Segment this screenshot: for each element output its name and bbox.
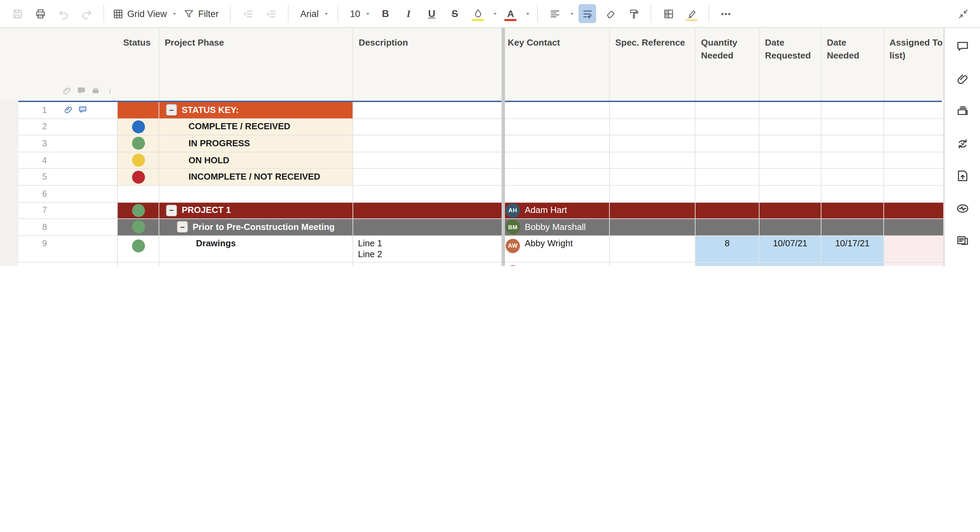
status-cell[interactable] (118, 152, 159, 169)
date-needed-cell[interactable]: 10/22/21 (821, 263, 884, 266)
quantity-needed-cell[interactable] (695, 135, 759, 152)
date-needed-cell[interactable] (821, 169, 884, 186)
quantity-needed-cell[interactable]: 12 (695, 263, 759, 266)
more-button[interactable]: ••• (718, 4, 735, 23)
spec-reference-cell[interactable] (610, 236, 695, 263)
date-requested-cell[interactable]: 10/16/21 (759, 263, 821, 266)
font-size-select[interactable]: 10 (347, 4, 371, 23)
quantity-needed-cell[interactable] (695, 152, 759, 169)
date-needed-cell[interactable] (821, 186, 884, 202)
quantity-needed-cell[interactable] (695, 219, 759, 236)
date-needed-cell[interactable]: 10/17/21 (821, 236, 884, 263)
spec-reference-cell[interactable] (610, 102, 695, 119)
notifications-icon[interactable] (945, 257, 980, 266)
spec-reference-cell[interactable] (610, 219, 695, 236)
spec-reference-cell[interactable] (610, 202, 695, 219)
key-contact-cell[interactable] (502, 135, 610, 152)
undo-button[interactable] (54, 4, 72, 23)
collapse-button[interactable]: − (177, 221, 188, 233)
sheet-summary-icon[interactable] (945, 224, 980, 257)
assigned-to-cell[interactable] (884, 202, 944, 219)
status-cell[interactable] (118, 135, 159, 152)
description-cell[interactable] (353, 102, 502, 119)
description-cell[interactable] (353, 219, 502, 236)
date-requested-cell[interactable] (759, 102, 821, 119)
date-requested-cell[interactable] (759, 169, 821, 186)
row-number-cell[interactable]: 7 (18, 202, 118, 219)
status-cell[interactable] (118, 186, 159, 202)
date-needed-cell[interactable] (821, 202, 884, 219)
row-comment-indicator-icon[interactable] (78, 105, 88, 115)
project-phase-cell[interactable]: Specifications (159, 263, 353, 266)
date-requested-cell[interactable] (759, 119, 821, 135)
status-cell[interactable] (118, 236, 159, 263)
key-contact-cell[interactable]: AWAbby Wright (502, 236, 610, 263)
project-phase-cell[interactable]: Drawings (159, 236, 353, 263)
row-number-cell[interactable]: 9 (18, 236, 118, 263)
quantity-needed-cell[interactable] (695, 169, 759, 186)
wrap-text-button[interactable] (579, 4, 597, 23)
status-cell[interactable] (118, 119, 159, 135)
activity-log-icon[interactable] (945, 192, 980, 224)
assigned-to-cell[interactable] (884, 186, 944, 202)
spec-reference-cell[interactable] (610, 135, 695, 152)
quantity-needed-cell[interactable] (695, 102, 759, 119)
status-ball-blue[interactable] (132, 121, 145, 133)
assigned-to-cell[interactable] (884, 152, 944, 169)
comments-icon[interactable] (945, 31, 980, 63)
column-header-description[interactable]: Description (353, 28, 502, 100)
quantity-needed-cell[interactable] (695, 186, 759, 202)
strikethrough-button[interactable]: S (446, 4, 464, 23)
date-needed-cell[interactable] (821, 102, 884, 119)
borders-button[interactable] (660, 4, 678, 23)
status-ball-yellow[interactable] (132, 154, 145, 167)
key-contact-cell[interactable] (502, 169, 610, 186)
frozen-column-divider[interactable] (501, 28, 505, 266)
status-ball-green[interactable] (132, 204, 145, 217)
date-requested-cell[interactable] (759, 202, 821, 219)
quantity-needed-cell[interactable] (695, 202, 759, 219)
description-cell[interactable]: Line 1Line 2 (353, 263, 502, 266)
row-number-cell[interactable]: 6 (18, 186, 118, 202)
collapse-button[interactable]: − (166, 105, 177, 116)
print-button[interactable] (31, 4, 49, 23)
assigned-to-cell[interactable] (884, 169, 944, 186)
status-cell[interactable] (118, 202, 159, 219)
spec-reference-cell[interactable] (610, 119, 695, 135)
project-phase-cell[interactable]: ON HOLD (159, 152, 353, 169)
description-cell[interactable] (353, 135, 502, 152)
row-number-cell[interactable]: 4 (18, 152, 118, 169)
view-selector[interactable]: Grid View (112, 4, 178, 23)
date-requested-cell[interactable]: 10/07/21 (759, 236, 821, 263)
spec-reference-cell[interactable] (610, 263, 695, 266)
status-cell[interactable] (118, 219, 159, 236)
project-phase-cell[interactable] (159, 186, 353, 202)
publish-icon[interactable] (945, 160, 980, 192)
attachments-icon[interactable] (945, 63, 980, 95)
redo-button[interactable] (78, 4, 95, 23)
row-number-cell[interactable]: 10 (18, 263, 118, 266)
fill-color-caret[interactable] (490, 4, 498, 23)
spec-reference-cell[interactable] (610, 152, 695, 169)
column-header-status[interactable]: Status (118, 28, 159, 100)
project-phase-cell[interactable]: IN PROGRESS (159, 135, 353, 152)
description-cell[interactable] (353, 152, 502, 169)
text-color-caret[interactable] (523, 4, 531, 23)
update-requests-icon[interactable] (945, 127, 980, 160)
date-requested-cell[interactable] (759, 152, 821, 169)
key-contact-cell[interactable] (502, 102, 610, 119)
assigned-to-cell[interactable] (884, 263, 944, 266)
row-number-cell[interactable]: 5 (18, 169, 118, 186)
status-cell[interactable] (118, 169, 159, 186)
date-requested-cell[interactable] (759, 186, 821, 202)
italic-button[interactable]: I (400, 4, 417, 23)
row-number-cell[interactable]: 3 (18, 135, 118, 152)
spec-reference-cell[interactable] (610, 186, 695, 202)
spec-reference-cell[interactable] (610, 169, 695, 186)
description-cell[interactable] (353, 169, 502, 186)
description-cell[interactable] (353, 202, 502, 219)
row-number-cell[interactable]: 2 (18, 119, 118, 135)
description-cell[interactable] (353, 119, 502, 135)
collapse-toolbar-button[interactable] (954, 4, 972, 23)
key-contact-cell[interactable] (502, 186, 610, 202)
